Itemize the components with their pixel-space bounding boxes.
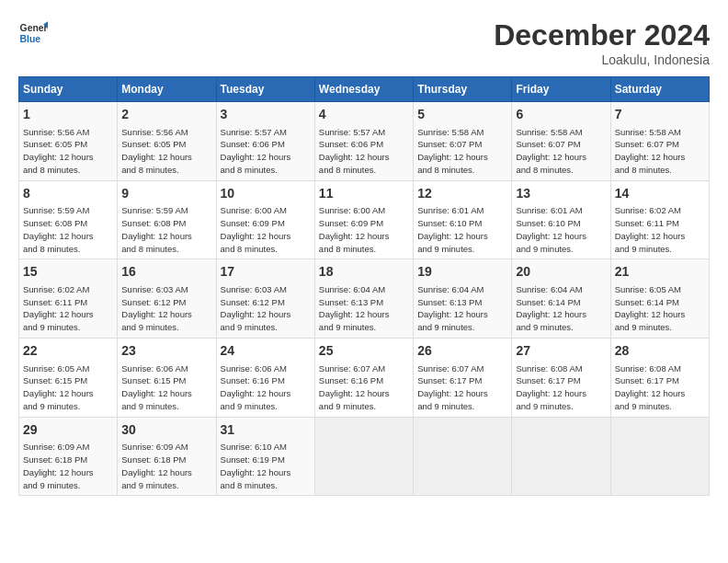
day-cell: 13Sunrise: 6:01 AM Sunset: 6:10 PM Dayli… <box>512 180 610 259</box>
day-info: Sunrise: 6:03 AM Sunset: 6:12 PM Dayligh… <box>121 283 211 334</box>
day-info: Sunrise: 5:58 AM Sunset: 6:07 PM Dayligh… <box>417 126 507 177</box>
day-number: 4 <box>319 106 409 124</box>
title-block: December 2024 Loakulu, Indonesia <box>494 18 710 67</box>
day-number: 23 <box>121 342 211 361</box>
day-info: Sunrise: 6:05 AM Sunset: 6:14 PM Dayligh… <box>615 283 705 334</box>
day-cell: 27Sunrise: 6:08 AM Sunset: 6:17 PM Dayli… <box>512 338 610 417</box>
week-row-3: 15Sunrise: 6:02 AM Sunset: 6:11 PM Dayli… <box>19 259 710 339</box>
day-number: 21 <box>615 263 705 282</box>
day-info: Sunrise: 6:04 AM Sunset: 6:13 PM Dayligh… <box>319 283 409 334</box>
day-cell: 6Sunrise: 5:58 AM Sunset: 6:07 PM Daylig… <box>512 102 610 181</box>
day-info: Sunrise: 5:56 AM Sunset: 6:05 PM Dayligh… <box>121 126 211 177</box>
day-cell: 26Sunrise: 6:07 AM Sunset: 6:17 PM Dayli… <box>414 338 512 417</box>
day-cell <box>314 417 413 496</box>
logo-icon: General Blue <box>18 18 48 48</box>
day-cell: 31Sunrise: 6:10 AM Sunset: 6:19 PM Dayli… <box>216 417 314 496</box>
day-cell: 30Sunrise: 6:09 AM Sunset: 6:18 PM Dayli… <box>118 417 216 496</box>
day-info: Sunrise: 5:58 AM Sunset: 6:07 PM Dayligh… <box>516 126 606 177</box>
day-info: Sunrise: 6:00 AM Sunset: 6:09 PM Dayligh… <box>319 204 409 255</box>
day-cell: 4Sunrise: 5:57 AM Sunset: 6:06 PM Daylig… <box>314 102 413 181</box>
day-cell: 15Sunrise: 6:02 AM Sunset: 6:11 PM Dayli… <box>19 259 118 339</box>
day-number: 2 <box>121 106 211 124</box>
day-cell: 28Sunrise: 6:08 AM Sunset: 6:17 PM Dayli… <box>610 338 709 417</box>
day-cell: 25Sunrise: 6:07 AM Sunset: 6:16 PM Dayli… <box>314 338 413 417</box>
day-info: Sunrise: 6:03 AM Sunset: 6:12 PM Dayligh… <box>221 283 311 334</box>
day-info: Sunrise: 6:08 AM Sunset: 6:17 PM Dayligh… <box>615 362 705 413</box>
day-number: 20 <box>516 263 606 282</box>
day-info: Sunrise: 6:07 AM Sunset: 6:17 PM Dayligh… <box>417 362 507 413</box>
day-number: 6 <box>516 106 606 124</box>
day-cell: 1Sunrise: 5:56 AM Sunset: 6:05 PM Daylig… <box>19 102 118 181</box>
day-number: 26 <box>417 342 507 361</box>
day-number: 7 <box>615 106 705 124</box>
day-cell: 18Sunrise: 6:04 AM Sunset: 6:13 PM Dayli… <box>314 259 413 339</box>
day-cell: 5Sunrise: 5:58 AM Sunset: 6:07 PM Daylig… <box>414 102 512 181</box>
day-number: 22 <box>23 342 113 361</box>
day-cell: 8Sunrise: 5:59 AM Sunset: 6:08 PM Daylig… <box>19 180 118 259</box>
day-info: Sunrise: 5:57 AM Sunset: 6:06 PM Dayligh… <box>319 126 409 177</box>
day-info: Sunrise: 5:59 AM Sunset: 6:08 PM Dayligh… <box>23 204 113 255</box>
day-number: 29 <box>23 421 113 440</box>
day-cell: 22Sunrise: 6:05 AM Sunset: 6:15 PM Dayli… <box>19 338 118 417</box>
subtitle: Loakulu, Indonesia <box>494 52 710 67</box>
day-cell: 21Sunrise: 6:05 AM Sunset: 6:14 PM Dayli… <box>610 259 709 339</box>
day-number: 24 <box>221 342 311 361</box>
day-info: Sunrise: 6:00 AM Sunset: 6:09 PM Dayligh… <box>221 204 311 255</box>
day-cell: 12Sunrise: 6:01 AM Sunset: 6:10 PM Dayli… <box>414 180 512 259</box>
day-cell <box>414 417 512 496</box>
day-cell: 16Sunrise: 6:03 AM Sunset: 6:12 PM Dayli… <box>118 259 216 339</box>
day-info: Sunrise: 6:08 AM Sunset: 6:17 PM Dayligh… <box>516 362 606 413</box>
day-number: 31 <box>221 421 311 440</box>
day-cell: 7Sunrise: 5:58 AM Sunset: 6:07 PM Daylig… <box>610 102 709 181</box>
week-row-4: 22Sunrise: 6:05 AM Sunset: 6:15 PM Dayli… <box>19 338 710 417</box>
day-info: Sunrise: 5:57 AM Sunset: 6:06 PM Dayligh… <box>221 126 311 177</box>
svg-text:General: General <box>20 23 48 33</box>
day-number: 11 <box>319 185 409 203</box>
svg-text:Blue: Blue <box>20 34 41 44</box>
week-row-5: 29Sunrise: 6:09 AM Sunset: 6:18 PM Dayli… <box>19 417 710 496</box>
day-number: 1 <box>23 106 113 124</box>
page-header: General Blue December 2024 Loakulu, Indo… <box>18 18 710 67</box>
day-number: 14 <box>615 185 705 203</box>
day-number: 19 <box>417 263 507 282</box>
day-number: 3 <box>221 106 311 124</box>
col-header-friday: Friday <box>512 77 610 102</box>
day-info: Sunrise: 6:02 AM Sunset: 6:11 PM Dayligh… <box>615 204 705 255</box>
col-header-wednesday: Wednesday <box>314 77 413 102</box>
calendar-table: SundayMondayTuesdayWednesdayThursdayFrid… <box>18 76 710 496</box>
day-number: 17 <box>221 263 311 282</box>
col-header-sunday: Sunday <box>19 77 118 102</box>
day-number: 30 <box>121 421 211 440</box>
day-cell: 10Sunrise: 6:00 AM Sunset: 6:09 PM Dayli… <box>216 180 314 259</box>
day-number: 9 <box>121 185 211 203</box>
day-number: 18 <box>319 263 409 282</box>
day-info: Sunrise: 6:01 AM Sunset: 6:10 PM Dayligh… <box>417 204 507 255</box>
day-cell: 24Sunrise: 6:06 AM Sunset: 6:16 PM Dayli… <box>216 338 314 417</box>
day-number: 5 <box>417 106 507 124</box>
day-info: Sunrise: 6:05 AM Sunset: 6:15 PM Dayligh… <box>23 362 113 413</box>
day-number: 16 <box>121 263 211 282</box>
day-number: 28 <box>615 342 705 361</box>
day-info: Sunrise: 6:02 AM Sunset: 6:11 PM Dayligh… <box>23 283 113 334</box>
day-info: Sunrise: 6:04 AM Sunset: 6:13 PM Dayligh… <box>417 283 507 334</box>
day-info: Sunrise: 5:59 AM Sunset: 6:08 PM Dayligh… <box>121 204 211 255</box>
day-number: 25 <box>319 342 409 361</box>
day-info: Sunrise: 6:07 AM Sunset: 6:16 PM Dayligh… <box>319 362 409 413</box>
day-number: 10 <box>221 185 311 203</box>
day-info: Sunrise: 6:09 AM Sunset: 6:18 PM Dayligh… <box>121 441 211 491</box>
day-cell: 9Sunrise: 5:59 AM Sunset: 6:08 PM Daylig… <box>118 180 216 259</box>
day-cell: 17Sunrise: 6:03 AM Sunset: 6:12 PM Dayli… <box>216 259 314 339</box>
day-cell: 14Sunrise: 6:02 AM Sunset: 6:11 PM Dayli… <box>610 180 709 259</box>
day-info: Sunrise: 6:04 AM Sunset: 6:14 PM Dayligh… <box>516 283 606 334</box>
col-header-thursday: Thursday <box>414 77 512 102</box>
day-cell: 19Sunrise: 6:04 AM Sunset: 6:13 PM Dayli… <box>414 259 512 339</box>
day-cell <box>610 417 709 496</box>
main-title: December 2024 <box>494 18 710 52</box>
day-info: Sunrise: 5:58 AM Sunset: 6:07 PM Dayligh… <box>615 126 705 177</box>
week-row-2: 8Sunrise: 5:59 AM Sunset: 6:08 PM Daylig… <box>19 180 710 259</box>
day-info: Sunrise: 6:09 AM Sunset: 6:18 PM Dayligh… <box>23 441 113 491</box>
day-cell: 3Sunrise: 5:57 AM Sunset: 6:06 PM Daylig… <box>216 102 314 181</box>
col-header-monday: Monday <box>118 77 216 102</box>
col-header-tuesday: Tuesday <box>216 77 314 102</box>
header-row: SundayMondayTuesdayWednesdayThursdayFrid… <box>19 77 710 102</box>
